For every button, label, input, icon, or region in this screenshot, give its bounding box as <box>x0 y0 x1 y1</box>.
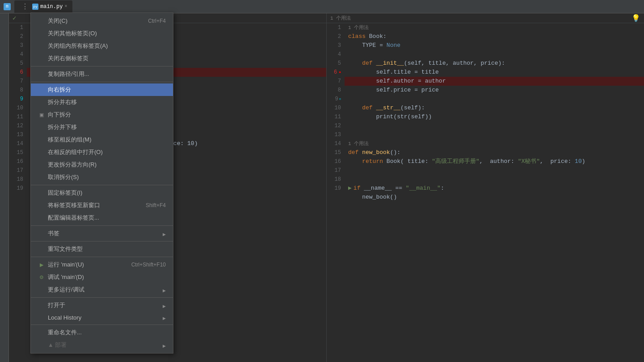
menu-item-split-merge-down[interactable]: 拆分并下移 <box>31 121 173 133</box>
editor-tab-main[interactable]: ⋮ py main.py × <box>14 0 72 13</box>
menu-item-label-open-in: 打开于 <box>48 301 65 309</box>
menu-item-label-more-run: 更多运行/调试 <box>48 286 84 294</box>
breakpoint-dot-6[interactable]: ● <box>339 68 341 77</box>
three-dot-button[interactable]: ⋮ <box>20 2 30 11</box>
menu-item-local-history[interactable]: Local History <box>31 312 173 323</box>
code-part: self.title = title <box>348 68 439 77</box>
code-part: def <box>348 148 358 157</box>
submenu-arrow-deploy <box>163 342 166 349</box>
right-line-num-14: 14 <box>327 139 341 148</box>
menu-item-icon-spacer-close-all <box>38 42 45 50</box>
menu-item-right-open-in <box>163 302 166 309</box>
menu-separator <box>31 325 173 325</box>
left-line-num-15: 15 <box>9 148 23 157</box>
right-code-line-1: class Book: <box>345 32 644 41</box>
code-part: class <box>348 32 366 41</box>
right-line-num-4: 4 <box>327 50 341 59</box>
code-part: Book( title: <box>383 157 432 166</box>
menu-item-split-right[interactable]: 向右拆分 <box>31 83 173 96</box>
menu-item-icon-spacer-rename-file <box>38 329 45 336</box>
menu-item-config-tabs[interactable]: 配置编辑器标签页... <box>31 212 173 224</box>
code-part: return <box>362 157 383 166</box>
left-line-num-18: 18 <box>9 175 23 184</box>
menu-item-open-in[interactable]: 打开于 <box>31 299 173 312</box>
tab-close-button[interactable]: × <box>64 4 67 9</box>
menu-item-label-split-right: 向右拆分 <box>48 86 71 94</box>
left-line-num-11: 11 <box>9 112 23 121</box>
tab-label: main.py <box>40 4 63 10</box>
code-part: None <box>387 41 400 50</box>
usage-hint-before-new-book: 1 个用法 <box>345 139 644 148</box>
code-part: "__main__" <box>406 184 441 193</box>
menu-item-label-split-down: 向下拆分 <box>48 111 71 119</box>
menu-item-left-bookmarks: 书签 <box>38 229 59 237</box>
left-line-num-4: 4 <box>9 50 23 59</box>
code-part: , author: <box>480 157 518 166</box>
menu-item-left-deploy: ▲ 部署 <box>38 341 67 349</box>
right-code-line-12 <box>345 130 644 139</box>
menu-item-split-merge-right[interactable]: 拆分并右移 <box>31 96 173 108</box>
menu-item-label-local-history: Local History <box>48 314 81 321</box>
menu-item-label-close-all: 关闭组内所有标签页(A) <box>48 42 108 50</box>
code-part: __init__ <box>373 59 404 68</box>
menu-shortcut-run-main: Ctrl+Shift+F10 <box>131 262 166 268</box>
top-bar: m ⋮ py main.py × <box>0 0 644 13</box>
menu-item-bookmarks[interactable]: 书签 <box>31 227 173 240</box>
menu-item-more-run[interactable]: 更多运行/调试 <box>31 283 173 296</box>
menu-item-move-to-window[interactable]: 将标签页移至新窗口Shift+F4 <box>31 199 173 212</box>
menu-item-icon-spacer-change-split-dir <box>38 161 45 168</box>
right-code-line-19 <box>345 202 644 211</box>
menu-item-label-close: 关闭(C) <box>48 17 67 25</box>
menu-item-rewrite-filetype[interactable]: 重写文件类型 <box>31 243 173 255</box>
right-line-num-19: 19 <box>327 184 341 193</box>
right-line-num-15: 15 <box>327 148 341 157</box>
menu-item-icon-run-main: ▶ <box>38 261 45 268</box>
right-code-line-17: ▶if __name__ == "__main__": <box>345 184 644 193</box>
menu-item-open-in-opposite[interactable]: 在相反的组中打开(O) <box>31 146 173 158</box>
code-part: "高级工程师手册" <box>432 157 480 166</box>
menu-item-debug-main[interactable]: ⚙调试 'main'(D) <box>31 271 173 283</box>
menu-item-close-all[interactable]: 关闭组内所有标签页(A) <box>31 40 173 52</box>
code-part: : <box>441 184 444 193</box>
code-part: "X秘书" <box>518 157 540 166</box>
code-part: self.price = price <box>348 86 439 95</box>
right-line-num-6: 6● <box>327 68 341 77</box>
menu-item-close-right[interactable]: 关闭右侧标签页 <box>31 52 173 65</box>
top-bar-left: m <box>4 3 11 10</box>
right-code-line-8 <box>345 95 644 104</box>
menu-item-right-more-run <box>163 287 166 293</box>
menu-item-copy-path[interactable]: 复制路径/引用... <box>31 68 173 80</box>
left-line-numbers: 12345678910111213141516171819 <box>9 23 27 193</box>
menu-item-split-down[interactable]: ▣向下拆分 <box>31 108 173 121</box>
menu-item-label-move-to-window: 将标签页移至新窗口 <box>48 201 100 209</box>
menu-item-label-rename-file: 重命名文件... <box>48 329 82 337</box>
menu-item-right-run-main: Ctrl+Shift+F10 <box>131 262 166 268</box>
menu-item-label-config-tabs: 配置编辑器标签页... <box>48 214 99 222</box>
menu-item-pin-tab[interactable]: 固定标签页(I) <box>31 187 173 199</box>
menu-item-left-rename-file: 重命名文件... <box>38 329 82 337</box>
right-code-line-14: return Book( title: "高级工程师手册", author: "… <box>345 157 644 166</box>
menu-item-left-close-all: 关闭组内所有标签页(A) <box>38 42 108 50</box>
menu-item-unsplit[interactable]: 取消拆分(S) <box>31 171 173 183</box>
menu-item-change-split-dir[interactable]: 更改拆分器方向(R) <box>31 158 173 171</box>
menu-item-label-close-others: 关闭其他标签页(O) <box>48 29 97 37</box>
left-line-num-3: 3 <box>9 41 23 50</box>
menu-item-icon-spacer-rewrite-filetype <box>38 245 45 253</box>
left-line-num-2: 2 <box>9 32 23 41</box>
menu-item-move-to-opposite[interactable]: 移至相反的组(M) <box>31 133 173 146</box>
menu-item-close-others[interactable]: 关闭其他标签页(O) <box>31 27 173 40</box>
right-code-content: 1 个用法class Book: TYPE = None def __init_… <box>345 23 644 362</box>
right-code-line-3 <box>345 50 644 59</box>
left-line-num-14: 14 <box>9 139 23 148</box>
code-part: new_book <box>358 148 390 157</box>
code-part: self.author = author <box>348 77 446 86</box>
right-code-line-9: def __str__(self): <box>345 104 644 112</box>
menu-item-icon-spacer-open-in-opposite <box>38 149 45 156</box>
code-part: if <box>354 184 361 193</box>
code-part <box>348 59 362 68</box>
menu-item-run-main[interactable]: ▶运行 'main'(U)Ctrl+Shift+F10 <box>31 258 173 271</box>
menu-item-rename-file[interactable]: 重命名文件... <box>31 326 173 339</box>
menu-item-icon-spacer-copy-path <box>38 71 45 78</box>
menu-item-close[interactable]: 关闭(C)Ctrl+F4 <box>31 15 173 27</box>
menu-item-left-open-in: 打开于 <box>38 301 65 309</box>
